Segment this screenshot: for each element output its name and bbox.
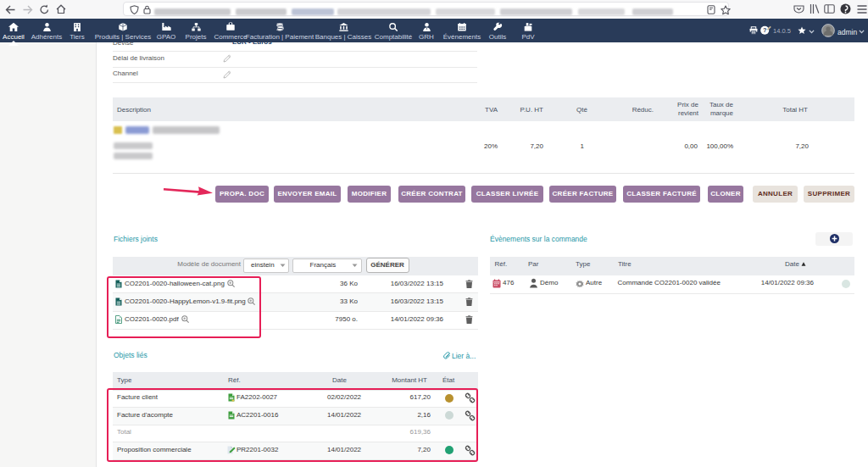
svg-text:?: ? [763, 26, 767, 34]
